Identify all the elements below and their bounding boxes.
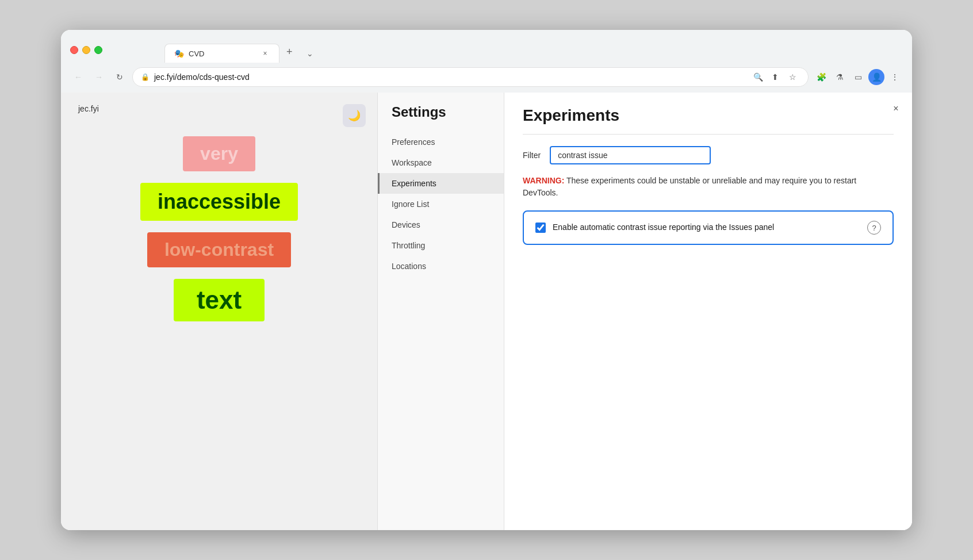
sidebar-item-preferences[interactable]: Preferences bbox=[378, 132, 504, 152]
extensions-icon[interactable]: 🧩 bbox=[813, 69, 829, 85]
browser-tab-active[interactable]: 🎭 CVD × bbox=[164, 44, 279, 63]
devtools-panel: Settings Preferences Workspace Experimen… bbox=[377, 93, 912, 530]
warning-box: WARNING: These experiments could be unst… bbox=[523, 175, 894, 199]
chrome-menu-icon[interactable]: ⋮ bbox=[887, 69, 903, 85]
filter-label: Filter bbox=[523, 151, 541, 160]
forward-button[interactable]: → bbox=[91, 69, 107, 85]
minimize-traffic-light[interactable] bbox=[82, 46, 90, 54]
maximize-traffic-light[interactable] bbox=[94, 46, 102, 54]
reload-button[interactable]: ↻ bbox=[112, 69, 128, 85]
sidebar-item-workspace[interactable]: Workspace bbox=[378, 152, 504, 173]
warning-text: These experiments could be unstable or u… bbox=[523, 176, 856, 197]
experiments-divider bbox=[523, 134, 894, 135]
dark-mode-toggle[interactable]: 🌙 bbox=[343, 104, 366, 127]
traffic-lights bbox=[70, 46, 102, 54]
demo-text-inaccessible: inaccessible bbox=[140, 183, 298, 221]
sidebar-item-devices[interactable]: Devices bbox=[378, 214, 504, 235]
experiments-flask-icon[interactable]: ⚗ bbox=[832, 69, 848, 85]
experiment-label: Enable automatic contrast issue reportin… bbox=[553, 222, 860, 233]
omnibox-action-icons: 🔍 ⬆ ☆ bbox=[750, 70, 800, 85]
settings-sidebar: Settings Preferences Workspace Experimen… bbox=[378, 93, 504, 530]
experiments-main: × Experiments Filter WARNING: These expe… bbox=[504, 93, 912, 530]
demo-text-text: text bbox=[174, 279, 265, 321]
toolbar-right: 🧩 ⚗ ▭ 👤 ⋮ bbox=[813, 69, 903, 85]
settings-title: Settings bbox=[378, 104, 504, 132]
url-display: jec.fyi/demo/cds-quest-cvd bbox=[154, 72, 746, 82]
experiment-checkbox[interactable] bbox=[535, 223, 546, 233]
omnibox[interactable]: 🔒 jec.fyi/demo/cds-quest-cvd 🔍 ⬆ ☆ bbox=[132, 67, 809, 87]
bookmark-icon[interactable]: ☆ bbox=[785, 70, 800, 85]
demo-text-very: very bbox=[183, 136, 255, 171]
chrome-frame: 🎭 CVD × + ⌄ ← → ↻ 🔒 jec.fyi/demo/cds-que… bbox=[61, 30, 912, 93]
demo-text-low-contrast: low-contrast bbox=[147, 232, 291, 267]
help-icon[interactable]: ? bbox=[867, 221, 881, 235]
new-tab-button[interactable]: + bbox=[279, 41, 300, 63]
devtools-content: Settings Preferences Workspace Experimen… bbox=[378, 93, 912, 530]
browser-window: 🎭 CVD × + ⌄ ← → ↻ 🔒 jec.fyi/demo/cds-que… bbox=[61, 30, 912, 530]
back-button[interactable]: ← bbox=[70, 69, 86, 85]
tab-favicon: 🎭 bbox=[174, 49, 184, 58]
sidebar-icon[interactable]: ▭ bbox=[850, 69, 866, 85]
sidebar-item-throttling[interactable]: Throttling bbox=[378, 235, 504, 256]
site-name: jec.fyi bbox=[78, 104, 360, 113]
title-bar: 🎭 CVD × + ⌄ bbox=[61, 30, 912, 63]
lock-icon: 🔒 bbox=[141, 73, 150, 81]
color-demo-area: very inaccessible low-contrast text bbox=[78, 131, 360, 321]
sidebar-item-experiments[interactable]: Experiments bbox=[378, 173, 504, 194]
avatar-icon[interactable]: 👤 bbox=[868, 69, 884, 85]
sidebar-item-locations[interactable]: Locations bbox=[378, 256, 504, 277]
webpage-area: jec.fyi 🌙 very inaccessible low-contrast… bbox=[61, 93, 377, 530]
close-settings-button[interactable]: × bbox=[889, 102, 903, 116]
experiment-item: Enable automatic contrast issue reportin… bbox=[523, 210, 894, 245]
filter-row: Filter bbox=[523, 146, 894, 164]
sidebar-item-ignore-list[interactable]: Ignore List bbox=[378, 194, 504, 214]
close-traffic-light[interactable] bbox=[70, 46, 78, 54]
tab-bar: 🎭 CVD × + ⌄ bbox=[107, 37, 330, 63]
browser-content: jec.fyi 🌙 very inaccessible low-contrast… bbox=[61, 93, 912, 530]
experiments-title: Experiments bbox=[523, 106, 894, 125]
filter-input[interactable] bbox=[550, 146, 711, 164]
omnibox-bar: ← → ↻ 🔒 jec.fyi/demo/cds-quest-cvd 🔍 ⬆ ☆… bbox=[61, 63, 912, 93]
search-icon[interactable]: 🔍 bbox=[750, 70, 765, 85]
tab-close-button[interactable]: × bbox=[261, 49, 270, 58]
more-tabs-button[interactable]: ⌄ bbox=[300, 44, 320, 63]
warning-label: WARNING: bbox=[523, 176, 564, 185]
share-icon[interactable]: ⬆ bbox=[768, 70, 783, 85]
tab-title: CVD bbox=[189, 49, 256, 58]
